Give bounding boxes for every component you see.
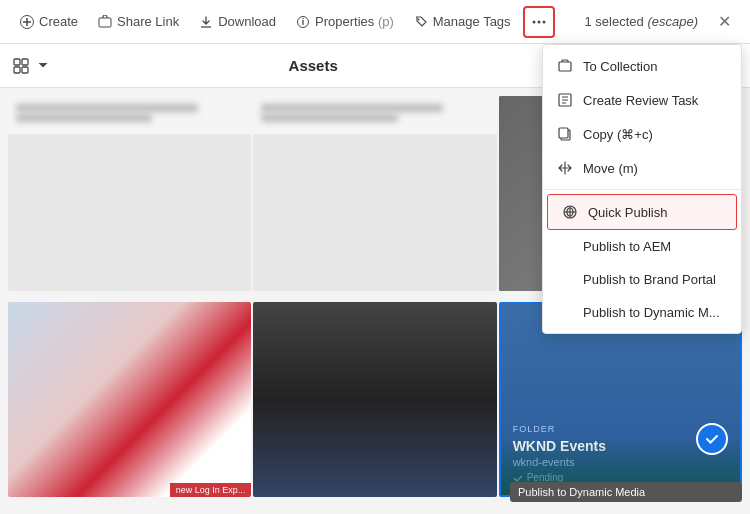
download-button[interactable]: Download (191, 9, 284, 34)
svg-point-10 (537, 20, 540, 23)
svg-rect-20 (559, 62, 571, 71)
more-options-button[interactable] (523, 6, 555, 38)
manage-tags-button[interactable]: Manage Tags (406, 9, 519, 34)
tooltip: Publish to Dynamic Media (510, 482, 742, 502)
svg-rect-15 (22, 67, 28, 73)
menu-label-create-review-task: Create Review Task (583, 93, 698, 108)
svg-point-8 (417, 18, 419, 20)
asset-info (253, 96, 496, 134)
asset-info (8, 96, 251, 134)
asset-name (261, 104, 443, 112)
create-button[interactable]: Create (12, 9, 86, 34)
svg-point-7 (302, 17, 303, 18)
asset-card[interactable] (8, 96, 251, 291)
folder-tag: FOLDER (513, 424, 728, 434)
close-button[interactable]: ✕ (710, 8, 738, 36)
page-title: Assets (52, 57, 574, 74)
svg-point-11 (542, 20, 545, 23)
dropdown-menu: To Collection Create Review Task Copy (⌘… (542, 44, 742, 334)
asset-meta (16, 114, 152, 122)
svg-rect-12 (14, 59, 20, 65)
menu-item-create-review-task[interactable]: Create Review Task (543, 83, 741, 117)
menu-label-move: Move (m) (583, 161, 638, 176)
share-link-label: Share Link (117, 14, 179, 29)
properties-label: Properties (p) (315, 14, 394, 29)
menu-item-to-collection[interactable]: To Collection (543, 49, 741, 83)
menu-label-quick-publish: Quick Publish (588, 205, 667, 220)
main-toolbar: Create Share Link Download Properties (p… (0, 0, 750, 44)
asset-card-boat[interactable] (253, 302, 496, 497)
svg-rect-3 (99, 18, 111, 27)
menu-item-publish-aem[interactable]: Publish to AEM (543, 230, 741, 263)
svg-rect-14 (14, 67, 20, 73)
svg-point-9 (532, 20, 535, 23)
manage-tags-label: Manage Tags (433, 14, 511, 29)
view-toggle[interactable] (12, 57, 52, 75)
menu-label-publish-aem: Publish to AEM (557, 239, 671, 254)
menu-item-publish-brand[interactable]: Publish to Brand Portal (543, 263, 741, 296)
asset-card[interactable] (253, 96, 496, 291)
share-link-button[interactable]: Share Link (90, 9, 187, 34)
selected-count: 1 selected (escape) (585, 14, 698, 29)
create-label: Create (39, 14, 78, 29)
asset-meta (261, 114, 397, 122)
menu-item-quick-publish[interactable]: Quick Publish (547, 194, 737, 230)
menu-label-publish-brand: Publish to Brand Portal (557, 272, 716, 287)
menu-item-copy[interactable]: Copy (⌘+c) (543, 117, 741, 151)
menu-label-publish-dynamic: Publish to Dynamic M... (557, 305, 720, 320)
menu-label-copy: Copy (⌘+c) (583, 127, 653, 142)
properties-button[interactable]: Properties (p) (288, 9, 402, 34)
menu-label-to-collection: To Collection (583, 59, 657, 74)
svg-rect-13 (22, 59, 28, 65)
menu-divider (543, 189, 741, 190)
asset-card-ski[interactable]: new Log In Exp... (8, 302, 251, 497)
download-label: Download (218, 14, 276, 29)
menu-item-publish-dynamic[interactable]: Publish to Dynamic M... (543, 296, 741, 329)
svg-rect-23 (559, 128, 568, 138)
menu-item-move[interactable]: Move (m) (543, 151, 741, 185)
check-circle-icon (696, 423, 728, 455)
asset-name (16, 104, 198, 112)
